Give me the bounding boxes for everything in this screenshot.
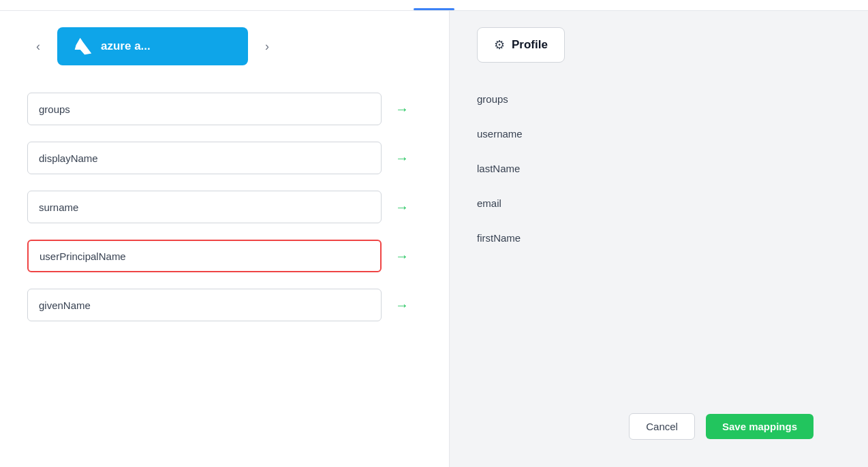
- target-row: lastName: [477, 151, 841, 186]
- gear-icon: ⚙: [494, 37, 505, 52]
- azure-source-button[interactable]: azure a...: [57, 27, 248, 65]
- target-field-username: username: [477, 128, 523, 140]
- target-field-groups: groups: [477, 93, 508, 105]
- nav-left-button[interactable]: ‹: [27, 35, 49, 57]
- target-fields: groups username lastName email firstName: [477, 82, 841, 255]
- field-input-userprincipalname[interactable]: [27, 240, 382, 272]
- target-row: email: [477, 186, 841, 221]
- left-panel: ‹ azure a... ›: [0, 11, 450, 467]
- right-column: ⚙ Profile groups username lastName: [477, 27, 841, 451]
- arrow-icon: →: [395, 101, 409, 117]
- mapping-row-highlighted: →: [27, 231, 422, 280]
- mapping-rows: → → → → →: [27, 84, 422, 329]
- profile-button[interactable]: ⚙ Profile: [477, 27, 565, 63]
- target-row: username: [477, 116, 841, 151]
- field-input-displayname[interactable]: [27, 142, 382, 174]
- field-input-groups[interactable]: [27, 93, 382, 125]
- target-row: groups: [477, 82, 841, 116]
- arrow-icon: →: [395, 150, 409, 166]
- field-input-surname[interactable]: [27, 191, 382, 223]
- page-wrapper: ‹ azure a... ›: [0, 0, 868, 467]
- main-content: ‹ azure a... ›: [0, 11, 868, 467]
- target-field-email: email: [477, 197, 501, 209]
- chevron-right-icon: ›: [265, 39, 269, 54]
- arrow-icon: →: [395, 297, 409, 313]
- cancel-button[interactable]: Cancel: [629, 413, 695, 440]
- target-row: firstName: [477, 221, 841, 255]
- save-mappings-button[interactable]: Save mappings: [706, 414, 813, 439]
- mapping-row: →: [27, 182, 422, 231]
- tab-indicator: [414, 8, 454, 10]
- mapping-row: →: [27, 280, 422, 329]
- top-tab-bar: [0, 0, 868, 11]
- target-field-firstname: firstName: [477, 232, 521, 244]
- mapping-row: →: [27, 84, 422, 133]
- bottom-action-bar: Cancel Save mappings: [477, 402, 841, 451]
- arrow-icon: →: [395, 248, 409, 264]
- arrow-icon: →: [395, 199, 409, 215]
- chevron-left-icon: ‹: [36, 39, 40, 54]
- source-header-row: ‹ azure a... ›: [27, 27, 422, 65]
- azure-button-label: azure a...: [101, 39, 151, 53]
- azure-logo-icon: [74, 37, 93, 56]
- field-input-givenname[interactable]: [27, 289, 382, 321]
- mapping-row: →: [27, 133, 422, 182]
- right-panel: ⚙ Profile groups username lastName: [450, 11, 868, 467]
- target-field-lastname: lastName: [477, 163, 520, 174]
- profile-label: Profile: [512, 38, 548, 52]
- nav-right-button[interactable]: ›: [256, 35, 278, 57]
